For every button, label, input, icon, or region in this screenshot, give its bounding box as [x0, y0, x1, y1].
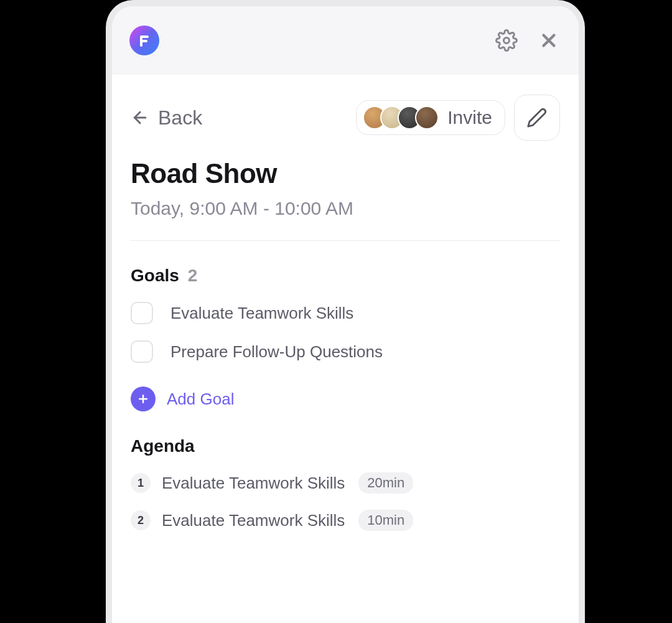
- goals-heading: Goals: [131, 266, 179, 286]
- goal-label: Evaluate Teamwork Skills: [170, 304, 353, 323]
- gear-icon: [495, 29, 518, 52]
- goal-label: Prepare Follow-Up Questions: [170, 342, 383, 362]
- agenda-label: Evaluate Teamwork Skills: [162, 474, 345, 493]
- goal-item: Prepare Follow-Up Questions: [131, 340, 560, 363]
- agenda-item: 2 Evaluate Teamwork Skills 10min: [131, 510, 560, 531]
- agenda-section: Agenda 1 Evaluate Teamwork Skills 20min …: [131, 436, 560, 531]
- back-button[interactable]: Back: [131, 106, 202, 129]
- goals-section: Goals 2 Evaluate Teamwork Skills Prepare…: [131, 266, 560, 411]
- goals-count: 2: [188, 266, 198, 286]
- agenda-item: 1 Evaluate Teamwork Skills 20min: [131, 472, 560, 494]
- agenda-heading: Agenda: [131, 436, 195, 456]
- meeting-timestamp: Today, 9:00 AM - 10:00 AM: [131, 198, 560, 219]
- app-header: [112, 6, 579, 75]
- divider: [131, 240, 560, 241]
- agenda-duration: 20min: [358, 472, 413, 494]
- invite-label: Invite: [447, 107, 492, 128]
- avatar: [415, 106, 439, 129]
- add-goal-label: Add Goal: [167, 390, 234, 409]
- goal-checkbox[interactable]: [131, 302, 153, 324]
- settings-button[interactable]: [494, 28, 519, 53]
- add-goal-button[interactable]: Add Goal: [131, 386, 560, 411]
- plus-icon: [131, 386, 156, 411]
- invite-button[interactable]: Invite: [356, 100, 505, 135]
- arrow-left-icon: [131, 108, 149, 127]
- app-logo-icon: [137, 33, 152, 48]
- agenda-number: 2: [131, 510, 151, 530]
- agenda-duration: 10min: [358, 510, 413, 531]
- close-icon: [538, 30, 559, 51]
- edit-button[interactable]: [514, 95, 560, 141]
- goal-item: Evaluate Teamwork Skills: [131, 302, 560, 324]
- close-button[interactable]: [536, 28, 561, 53]
- svg-point-0: [504, 38, 510, 44]
- meeting-title: Road Show: [131, 158, 560, 189]
- attendee-avatars: [363, 106, 439, 129]
- agenda-label: Evaluate Teamwork Skills: [162, 511, 345, 530]
- back-label: Back: [158, 106, 202, 129]
- app-panel: Back Invite R: [106, 0, 585, 623]
- app-logo[interactable]: [129, 26, 159, 55]
- agenda-number: 1: [131, 473, 151, 493]
- goal-checkbox[interactable]: [131, 340, 153, 363]
- pencil-icon: [526, 107, 548, 128]
